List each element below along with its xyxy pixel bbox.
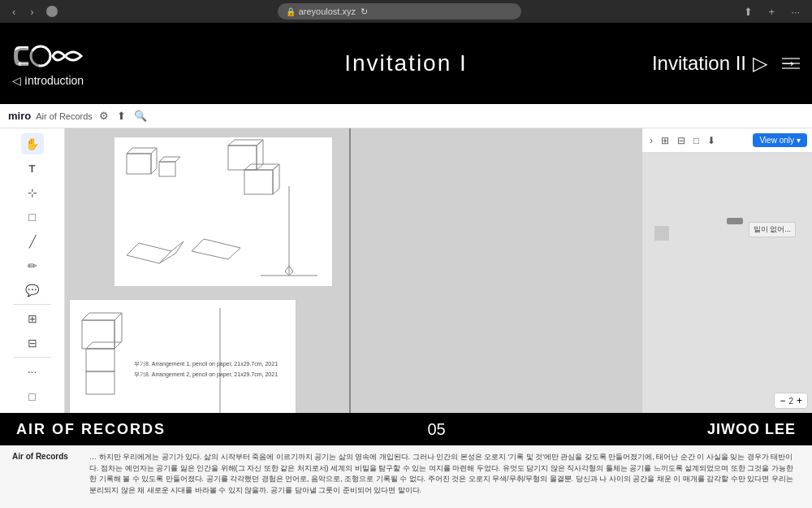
body-brand-label: Air of Records — [12, 452, 77, 501]
svg-rect-22 — [86, 371, 114, 394]
upper-sketch — [114, 137, 333, 287]
invitation-ii-label: Invitation II — [652, 52, 746, 75]
rp-frame-button[interactable]: ⊟ — [675, 133, 688, 148]
zoom-level: 2 — [788, 397, 793, 406]
body-text-content: … 하지만 우리에게는 공기가 있다. 삶의 시작부터 죽음에 이르기까지 공기… — [89, 452, 800, 501]
footer-author: JIWOO LEE — [707, 421, 796, 438]
svg-rect-18 — [82, 320, 114, 349]
svg-marker-20 — [114, 313, 122, 349]
new-tab-button[interactable]: + — [765, 4, 780, 20]
upper-sketch-svg — [114, 137, 334, 288]
rp-down-button[interactable]: ⬇ — [705, 133, 718, 148]
address-bar[interactable]: 🔒 areyoulost.xyz ↻ — [278, 3, 521, 20]
more-tools-button[interactable]: ··· — [21, 361, 44, 382]
zoom-in-button[interactable]: + — [797, 395, 802, 406]
pencil-tool-button[interactable]: ✏ — [21, 255, 44, 276]
miro-logo-text: miro — [8, 110, 31, 122]
lock-icon: 🔒 — [286, 7, 296, 16]
menu-icon[interactable] — [46, 6, 58, 17]
prev-section-button[interactable]: ← — [8, 48, 39, 79]
content-area: miro Air of Records ⚙ ⬆ 🔍 ✋ T ⊹ □ ╱ ✏ 💬 … — [0, 104, 812, 413]
sketch-caption-1: 무기8. Arrangement 1, pencil on paper, 21x… — [134, 360, 278, 368]
text-tool-button[interactable]: T — [21, 158, 44, 179]
next-section-button[interactable]: → — [773, 48, 804, 79]
refresh-icon[interactable]: ↻ — [361, 7, 368, 17]
browser-actions: ⬆ + ··· — [740, 4, 804, 20]
back-button[interactable]: ‹ — [8, 4, 19, 20]
left-toolbar: ✋ T ⊹ □ ╱ ✏ 💬 ⊞ ⊟ ··· □ — [0, 128, 65, 413]
footer-bar: AIR OF RECORDS 05 JIWOO LEE — [0, 413, 812, 445]
divider-line — [349, 128, 351, 413]
miro-settings-button[interactable]: ⚙ — [97, 108, 110, 124]
svg-marker-23 — [86, 342, 121, 349]
miro-share-button[interactable]: ⬆ — [115, 108, 127, 124]
svg-rect-21 — [86, 349, 114, 371]
forward-button[interactable]: › — [26, 4, 37, 20]
toolbar-divider-1 — [13, 304, 51, 305]
svg-marker-3 — [151, 148, 157, 174]
lower-sketch-svg — [70, 300, 297, 413]
bottom-text-panel: Air of Records … 하지만 우리에게는 공기가 있다. 삶의 시작… — [0, 445, 812, 508]
browser-controls: ‹ › — [8, 4, 59, 20]
url-text: areyoulost.xyz — [299, 7, 356, 16]
lower-sketch — [69, 299, 296, 413]
bottom-tool-button[interactable]: □ — [21, 385, 44, 408]
right-panel: › ⊞ ⊟ □ ⬇ View only ▾ 밀이 없어... − 2 — [641, 128, 812, 413]
main-header: ◁ Introduction ← Invitation I Invitation… — [0, 23, 812, 104]
annotation-label: 밀이 없어... — [749, 222, 796, 237]
rp-expand-button[interactable]: › — [647, 133, 655, 148]
cursor-tool-button[interactable]: ⊹ — [21, 182, 44, 203]
svg-rect-1 — [127, 154, 151, 174]
svg-rect-6 — [228, 145, 257, 170]
right-nav-arrow: ▷ — [753, 52, 767, 75]
footer-brand: AIR OF RECORDS — [16, 421, 166, 438]
board-name-text: Air of Records — [36, 111, 93, 121]
browser-top-bar: ‹ › 🔒 areyoulost.xyz ↻ ⬆ + ··· — [0, 0, 812, 23]
miro-search-button[interactable]: 🔍 — [132, 108, 149, 124]
view-only-chevron: ▾ — [797, 136, 801, 145]
rp-grid-button[interactable]: ⊞ — [659, 133, 672, 148]
frame-tool-button[interactable]: ⊟ — [21, 332, 44, 354]
view-only-label: View only — [759, 136, 794, 145]
svg-marker-13 — [159, 241, 184, 263]
svg-rect-9 — [244, 170, 273, 194]
rect-tool-button[interactable]: □ — [21, 206, 44, 228]
svg-marker-8 — [257, 140, 263, 170]
canvas-small-rect — [654, 226, 669, 241]
svg-marker-14 — [192, 239, 240, 259]
line-tool-button[interactable]: ╱ — [21, 231, 44, 252]
footer-page-number: 05 — [427, 420, 445, 439]
annotation-dot — [727, 218, 743, 224]
svg-rect-4 — [159, 162, 175, 176]
svg-marker-11 — [273, 164, 279, 194]
miro-toolbar-bar: miro Air of Records ⚙ ⬆ 🔍 — [0, 104, 812, 128]
view-only-button[interactable]: View only ▾ — [753, 133, 807, 147]
center-nav-title: Invitation I — [344, 50, 468, 76]
zoom-out-button[interactable]: − — [780, 395, 785, 406]
right-panel-toolbar: › ⊞ ⊟ □ ⬇ View only ▾ — [642, 128, 812, 153]
sketch-caption-2: 무기8. Arrangement 2, pencil on paper, 21x… — [134, 371, 278, 379]
hand-tool-button[interactable]: ✋ — [21, 133, 44, 154]
rp-rect-button[interactable]: □ — [691, 133, 702, 148]
zoom-control: − 2 + — [774, 393, 808, 409]
share-button[interactable]: ⬆ — [740, 4, 757, 20]
svg-marker-5 — [159, 157, 180, 162]
comment-tool-button[interactable]: 💬 — [21, 280, 44, 301]
toolbar-bottom-spacer: □ — [21, 385, 44, 408]
content-inner: ✋ T ⊹ □ ╱ ✏ 💬 ⊞ ⊟ ··· □ — [0, 128, 812, 413]
toolbar-divider-2 — [13, 357, 51, 358]
invitation-i-label: Invitation I — [344, 50, 468, 76]
more-button[interactable]: ··· — [787, 4, 804, 20]
grid-tool-button[interactable]: ⊞ — [21, 308, 44, 329]
intro-label: Introduction — [24, 74, 84, 87]
canvas-area[interactable]: 무기8. Arrangement 1, pencil on paper, 21x… — [65, 128, 641, 413]
